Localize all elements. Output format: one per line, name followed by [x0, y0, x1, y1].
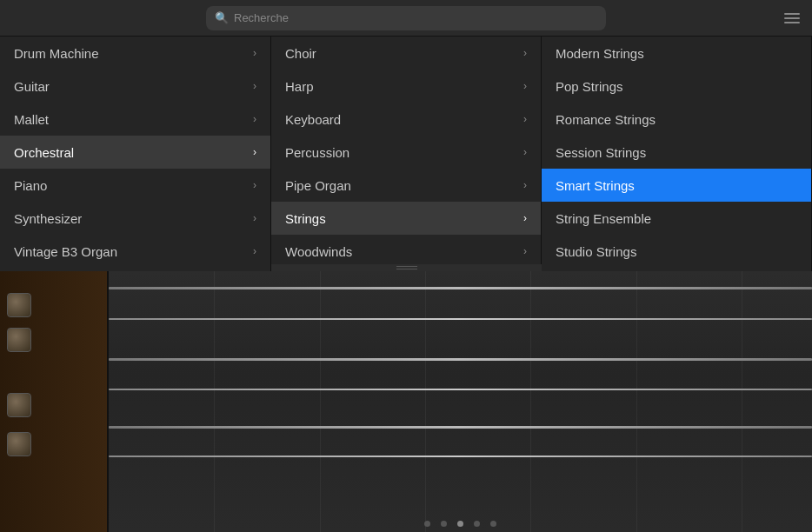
tuner-peg-2	[7, 328, 31, 352]
col1-item-piano[interactable]: Piano›	[0, 169, 270, 202]
col2-item-label: Strings	[285, 211, 326, 226]
col1-item-label: Drum Machine	[14, 46, 99, 61]
col1-item-label: Guitar	[14, 79, 50, 94]
col3-item-pop-strings[interactable]: Pop Strings	[542, 70, 811, 103]
col2-item-label: Keyboard	[285, 112, 341, 127]
search-bar: 🔍 Recherche	[0, 0, 812, 37]
chevron-right-icon: ›	[523, 146, 527, 158]
string-1	[109, 287, 812, 289]
chevron-right-icon: ›	[253, 212, 256, 224]
col2-divider-handle[interactable]	[271, 264, 542, 271]
chevron-right-icon: ›	[523, 245, 527, 257]
nav-dot-2[interactable]	[441, 521, 447, 527]
fret-line	[636, 271, 637, 532]
instrument-display-area	[0, 271, 812, 532]
menu-area-wrapper: Drum Machine›Guitar›Mallet›Orchestral›Pi…	[0, 37, 812, 271]
col1-item-orchestral[interactable]: Orchestral›	[0, 136, 270, 169]
col2-item-percussion[interactable]: Percussion›	[271, 136, 541, 169]
hamburger-menu-icon[interactable]	[784, 13, 800, 23]
col1-item-label: Vintage B3 Organ	[14, 244, 117, 259]
col3-item-romance-strings[interactable]: Romance Strings	[542, 103, 811, 136]
chevron-right-icon: ›	[523, 212, 527, 224]
col1-item-synthesizer[interactable]: Synthesizer›	[0, 202, 270, 235]
fret-line	[425, 271, 426, 532]
fret-line	[530, 271, 531, 532]
col3-item-label: Modern Strings	[556, 46, 644, 61]
col1-item-mallet[interactable]: Mallet›	[0, 103, 270, 136]
col2-item-pipe-organ[interactable]: Pipe Organ›	[271, 169, 541, 202]
string-2	[109, 358, 812, 361]
instrument-category-column: Drum Machine›Guitar›Mallet›Orchestral›Pi…	[0, 37, 271, 271]
nav-dot-5[interactable]	[490, 521, 496, 527]
chevron-right-icon: ›	[523, 113, 527, 125]
chevron-right-icon: ›	[253, 47, 256, 59]
strings-items-column: Modern StringsPop StringsRomance Strings…	[542, 37, 812, 271]
tuner-peg-4	[7, 432, 31, 456]
tuner-panel	[0, 271, 109, 532]
col3-item-studio-strings[interactable]: Studio Strings	[542, 235, 811, 268]
string-3	[109, 426, 812, 429]
col1-item-label: Synthesizer	[14, 211, 82, 226]
col1-item-label: Mallet	[14, 112, 49, 127]
col3-item-label: Romance Strings	[556, 112, 656, 127]
fret-line	[742, 271, 742, 532]
col3-item-session-strings[interactable]: Session Strings	[542, 136, 811, 169]
nav-dot-3[interactable]	[457, 521, 463, 527]
fret-line	[320, 271, 321, 532]
string-1-highlight	[109, 318, 812, 320]
fret-line	[214, 271, 215, 532]
chevron-right-icon: ›	[523, 80, 527, 92]
col3-item-label: Smart Strings	[556, 178, 635, 193]
col1-item-label: Piano	[14, 178, 47, 193]
chevron-right-icon: ›	[253, 113, 256, 125]
tuner-peg-3	[7, 393, 31, 417]
chevron-right-icon: ›	[253, 146, 256, 158]
col1-item-drum-machine[interactable]: Drum Machine›	[0, 37, 270, 70]
chevron-right-icon: ›	[523, 179, 527, 191]
nav-dots	[109, 521, 812, 527]
nav-dot-4[interactable]	[474, 521, 480, 527]
orchestral-subcategory-column: Choir›Harp›Keyboard›Percussion›Pipe Orga…	[271, 37, 542, 271]
nav-dot-1[interactable]	[424, 521, 430, 527]
chevron-right-icon: ›	[523, 47, 527, 59]
col3-item-label: Session Strings	[556, 145, 646, 160]
col2-item-keyboard[interactable]: Keyboard›	[271, 103, 541, 136]
col2-item-harp[interactable]: Harp›	[271, 70, 541, 103]
col1-item-guitar[interactable]: Guitar›	[0, 70, 270, 103]
col2-item-label: Woodwinds	[285, 244, 352, 259]
col2-item-label: Percussion	[285, 145, 349, 160]
col2-item-label: Pipe Organ	[285, 178, 351, 193]
col1-item-vintage-b3-organ[interactable]: Vintage B3 Organ›	[0, 235, 270, 268]
string-3-highlight	[109, 456, 812, 457]
handle-lines	[396, 266, 417, 269]
col3-item-modern-strings[interactable]: Modern Strings	[542, 37, 811, 70]
search-icon: 🔍	[215, 11, 229, 24]
col3-item-label: Pop Strings	[556, 79, 623, 94]
strings-fretboard[interactable]	[109, 271, 812, 532]
col3-item-string-ensemble[interactable]: String Ensemble	[542, 202, 811, 235]
col2-item-woodwinds[interactable]: Woodwinds›	[271, 235, 541, 268]
chevron-right-icon: ›	[253, 80, 256, 92]
col1-item-label: Orchestral	[14, 145, 74, 160]
chevron-right-icon: ›	[253, 179, 256, 191]
col3-item-label: String Ensemble	[556, 211, 651, 226]
col2-item-strings[interactable]: Strings›	[271, 202, 541, 235]
search-input-container[interactable]: 🔍 Recherche	[206, 6, 606, 30]
menu-area: Drum Machine›Guitar›Mallet›Orchestral›Pi…	[0, 37, 812, 271]
tuner-peg-1	[7, 293, 31, 317]
col3-item-smart-strings[interactable]: Smart Strings	[542, 169, 811, 202]
search-placeholder: Recherche	[234, 11, 289, 24]
col2-item-choir[interactable]: Choir›	[271, 37, 541, 70]
col2-item-label: Choir	[285, 46, 316, 61]
col3-item-label: Studio Strings	[556, 244, 636, 259]
col2-item-label: Harp	[285, 79, 314, 94]
string-2-highlight	[109, 389, 812, 390]
chevron-right-icon: ›	[253, 245, 256, 257]
